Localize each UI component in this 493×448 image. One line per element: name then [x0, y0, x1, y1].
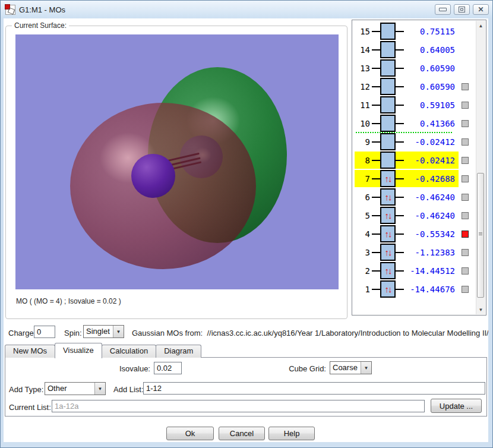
- mo-row-main: 9 ↑↓ -0.02412: [355, 133, 459, 150]
- scroll-down-icon[interactable]: ▼: [476, 305, 485, 314]
- tab-calculation[interactable]: Calculation: [102, 345, 156, 358]
- mo-energy: 0.41366: [404, 119, 455, 128]
- mo-level-icon: ↑↓: [372, 188, 404, 206]
- mo-level-icon: ↑↓: [372, 280, 404, 298]
- electron-pair-icon: ↑↓: [385, 229, 391, 238]
- mo-energy: -0.02412: [404, 156, 455, 165]
- mo-level-icon: ↑↓: [372, 225, 404, 242]
- tab-diagram[interactable]: Diagram: [156, 345, 201, 358]
- mo-cube-checkbox[interactable]: [462, 83, 469, 90]
- current-list-label: Current List:: [9, 403, 51, 412]
- mo-row[interactable]: 11 ↑↓ 0.59105: [353, 96, 476, 114]
- mo-row[interactable]: 10 ↑↓ 0.41366: [353, 114, 476, 132]
- mo-orbital-box: ↑↓: [380, 170, 396, 187]
- spin-combo[interactable]: Singlet ▼: [83, 325, 124, 338]
- scroll-up-icon[interactable]: ▲: [476, 21, 485, 30]
- mo-level-icon: ↑↓: [372, 244, 404, 261]
- mo-cube-checkbox[interactable]: [462, 194, 469, 201]
- scrollbar-thumb[interactable]: [477, 173, 484, 298]
- mo-number: 6: [357, 193, 370, 202]
- mo-cube-checkbox[interactable]: [462, 231, 469, 238]
- mo-row[interactable]: 12 ↑↓ 0.60590: [353, 77, 476, 96]
- minimize-button[interactable]: [435, 4, 451, 15]
- app-icon: [5, 5, 15, 15]
- mos-dialog-window: G1:M1 - MOs ✕ Current Surface: MO ( (MO …: [0, 0, 493, 448]
- tab-visualize[interactable]: Visualize: [55, 343, 102, 358]
- mo-energy: -0.55342: [404, 229, 455, 239]
- isovalue-input[interactable]: [154, 362, 182, 374]
- cancel-button[interactable]: Cancel: [219, 427, 265, 440]
- cube-grid-combo[interactable]: Coarse ▼: [330, 361, 372, 374]
- mo-list-scrollbar[interactable]: ▲ ▼: [476, 21, 485, 314]
- mo-row[interactable]: 8 ↑↓ -0.02412: [353, 151, 476, 169]
- add-list-input[interactable]: [143, 382, 485, 395]
- charge-input[interactable]: [34, 326, 55, 338]
- ok-button[interactable]: Ok: [166, 427, 214, 440]
- mo-cube-checkbox[interactable]: [462, 120, 469, 127]
- mo-level-icon: ↑↓: [372, 115, 404, 132]
- mo-row[interactable]: 13 ↑↓ 0.60590: [353, 59, 476, 77]
- surface-caption: MO ( (MO = 4) ; Isovalue = 0.02 ): [16, 297, 121, 305]
- mo-row[interactable]: 9 ↑↓ -0.02412: [353, 132, 476, 151]
- scrollbar-grip: [479, 232, 482, 236]
- mo-number: 9: [357, 137, 370, 147]
- update-button[interactable]: Update ...: [431, 399, 482, 413]
- mo-row[interactable]: 15 ↑↓ 0.75115: [353, 22, 476, 40]
- mo-cube-checkbox[interactable]: [462, 286, 469, 293]
- mo-number: 8: [357, 156, 370, 165]
- mo-energy: 0.60590: [404, 64, 455, 73]
- add-type-combo[interactable]: Other ▼: [45, 382, 106, 395]
- chevron-down-icon: ▼: [364, 365, 369, 371]
- mo-row-main: 15 ↑↓ 0.75115: [355, 23, 459, 40]
- mo-cube-checkbox[interactable]: [462, 157, 469, 164]
- add-type-label: Add Type:: [9, 385, 43, 394]
- electron-pair-icon: ↑↓: [385, 266, 391, 275]
- mo-row[interactable]: 1 ↑↓ -14.44676: [353, 280, 476, 298]
- mo-energy: -0.46240: [404, 211, 455, 220]
- visualize-tab-panel: Isovalue: Cube Grid: Coarse ▼ Add Type: …: [5, 357, 487, 417]
- close-button[interactable]: ✕: [473, 4, 489, 15]
- mo-cube-checkbox[interactable]: [462, 138, 469, 146]
- mo-row-main: 10 ↑↓ 0.41366: [355, 115, 459, 132]
- mo-orbital-box: ↑↓: [380, 23, 396, 40]
- mo-orbital-box: ↑↓: [380, 59, 396, 77]
- mo-orbital-box: ↑↓: [380, 225, 396, 242]
- current-surface-group: Current Surface: MO ( (MO = 4) ; Isovalu…: [5, 26, 347, 319]
- mo-row[interactable]: 4 ↑↓ -0.55342: [353, 225, 476, 243]
- mo-cube-checkbox[interactable]: [462, 267, 469, 275]
- tab-new-mos[interactable]: New MOs: [5, 345, 55, 358]
- mo-row[interactable]: 5 ↑↓ -0.46240: [353, 206, 476, 225]
- mo-energy: 0.64005: [404, 45, 455, 55]
- maximize-icon: [459, 7, 465, 12]
- mo-cube-checkbox[interactable]: [462, 249, 469, 256]
- maximize-button[interactable]: [454, 4, 470, 15]
- mo-cube-checkbox[interactable]: [462, 102, 469, 109]
- mo-list: 15 ↑↓ 0.75115 14 ↑↓ 0.64005 13 ↑↓: [353, 21, 476, 314]
- mo-orbital-box: ↑↓: [380, 133, 396, 150]
- mo-row[interactable]: 7 ↑↓ -0.42688: [353, 169, 476, 188]
- add-list-label: Add List:: [113, 385, 144, 394]
- mo-cube-checkbox[interactable]: [462, 212, 469, 219]
- chevron-down-icon: ▼: [116, 329, 121, 335]
- mo-3d-viewport[interactable]: [15, 34, 339, 289]
- mo-energy: 0.59105: [404, 100, 455, 110]
- current-list-input[interactable]: [52, 400, 425, 412]
- mo-energy: -1.12383: [404, 248, 455, 257]
- mo-row[interactable]: 2 ↑↓ -14.44512: [353, 261, 476, 280]
- mo-number: 1: [357, 285, 370, 294]
- mo-row[interactable]: 6 ↑↓ -0.46240: [353, 188, 476, 206]
- titlebar: G1:M1 - MOs ✕: [1, 1, 492, 18]
- mo-orbital-box: ↑↓: [380, 262, 396, 279]
- mo-energy: -14.44512: [404, 266, 455, 276]
- mo-row[interactable]: 3 ↑↓ -1.12383: [353, 243, 476, 261]
- mo-level-icon: ↑↓: [372, 152, 404, 169]
- mo-row[interactable]: 14 ↑↓ 0.64005: [353, 40, 476, 59]
- mo-row-main: 1 ↑↓ -14.44676: [355, 280, 459, 298]
- mo-level-icon: ↑↓: [372, 41, 404, 58]
- help-button[interactable]: Help: [268, 427, 315, 440]
- mo-number: 10: [357, 119, 370, 128]
- chevron-down-icon: ▼: [98, 386, 103, 392]
- mo-number: 15: [357, 27, 370, 36]
- mo-level-icon: ↑↓: [372, 262, 404, 279]
- mo-cube-checkbox[interactable]: [462, 175, 469, 182]
